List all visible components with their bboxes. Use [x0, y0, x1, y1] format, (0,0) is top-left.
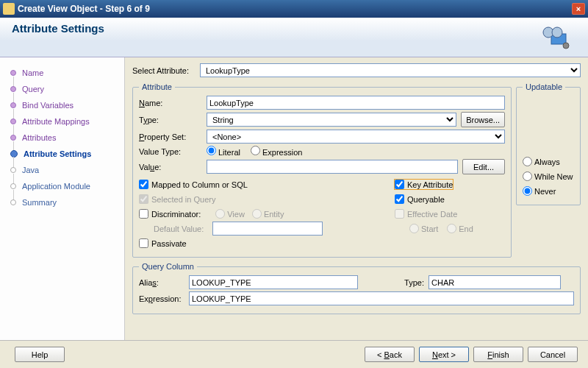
updatable-legend: Updatable [523, 82, 565, 91]
property-set-dropdown[interactable]: <None> [207, 130, 505, 144]
step-query[interactable]: Query [10, 81, 124, 97]
step-summary[interactable]: Summary [10, 194, 124, 210]
selected-in-query-checkbox: Selected in Query [139, 194, 215, 204]
expression-radio[interactable]: Expression [251, 146, 302, 157]
query-column-legend: Query Column [139, 262, 197, 271]
never-radio[interactable]: Never [523, 186, 556, 196]
alias-input[interactable] [189, 275, 358, 289]
type-dropdown[interactable]: String [207, 113, 456, 127]
page-title: Attribute Settings [12, 22, 576, 35]
finish-button[interactable]: Finish [473, 347, 523, 362]
view-radio: View [215, 209, 245, 219]
query-column-fieldset: Query Column Alias: Type: Expression: [132, 262, 581, 314]
step-bind-variables[interactable]: Bind Variables [10, 97, 124, 113]
entity-radio: Entity [252, 209, 284, 219]
expression-label: Expression: [139, 294, 189, 303]
while-new-radio[interactable]: While New [523, 171, 573, 181]
title-bar: Create View Object - Step 6 of 9 × [0, 0, 588, 18]
step-attributes[interactable]: Attributes [10, 130, 124, 146]
svg-point-3 [563, 43, 569, 49]
step-application-module[interactable]: Application Module [10, 178, 124, 194]
help-button[interactable]: Help [15, 347, 65, 362]
expression-input[interactable] [189, 291, 574, 305]
close-icon[interactable]: × [572, 3, 585, 15]
literal-radio[interactable]: Literal [207, 146, 240, 157]
step-attribute-settings[interactable]: Attribute Settings [10, 146, 124, 162]
browse-button[interactable]: Browse... [461, 112, 505, 127]
select-attribute-dropdown[interactable]: LookupType [200, 63, 581, 77]
end-radio: End [447, 224, 473, 233]
type-label: Type: [139, 116, 207, 124]
value-type-label: Value Type: [139, 147, 207, 156]
wizard-header: Attribute Settings [0, 18, 588, 57]
cancel-button[interactable]: Cancel [528, 347, 578, 362]
edit-button[interactable]: Edit... [462, 159, 505, 174]
discriminator-checkbox[interactable]: Discriminator: [139, 209, 201, 219]
header-decor-icon [538, 24, 573, 50]
value-input[interactable] [207, 160, 458, 174]
step-name[interactable]: Name [10, 65, 124, 81]
attribute-legend: Attribute [139, 82, 175, 91]
value-label: Value: [139, 163, 207, 171]
updatable-fieldset: Updatable Always While New Never [516, 82, 581, 205]
window-title: Create View Object - Step 6 of 9 [18, 4, 572, 14]
select-attribute-label: Select Attribute: [132, 66, 200, 75]
qc-type-input[interactable] [429, 275, 561, 289]
start-radio: Start [409, 224, 438, 233]
attribute-fieldset: Attribute Name: Type: String Browse... P… [132, 82, 512, 258]
key-attribute-checkbox[interactable]: Key Attribute [395, 180, 453, 189]
name-label: Name: [139, 99, 207, 107]
alias-label: Alias: [139, 278, 189, 287]
always-radio[interactable]: Always [523, 157, 560, 166]
default-value-input [212, 222, 323, 236]
wizard-steps: Name Query Bind Variables Attribute Mapp… [0, 57, 125, 340]
wizard-footer: Help < Back Next > Finish Cancel [0, 340, 588, 368]
step-java[interactable]: Java [10, 162, 124, 178]
qc-type-label: Type: [387, 278, 424, 287]
next-button[interactable]: Next > [419, 347, 469, 362]
svg-point-2 [552, 27, 562, 38]
default-value-label: Default Value: [154, 224, 212, 233]
step-attribute-mappings[interactable]: Attribute Mappings [10, 113, 124, 130]
back-button[interactable]: < Back [365, 347, 415, 362]
effective-date-checkbox: Effective Date [395, 209, 457, 219]
name-input[interactable] [207, 96, 505, 110]
property-set-label: Property Set: [139, 132, 207, 141]
mapped-checkbox[interactable]: Mapped to Column or SQL [139, 180, 248, 189]
queryable-checkbox[interactable]: Queryable [395, 194, 445, 204]
app-icon [3, 3, 15, 15]
passivate-checkbox[interactable]: Passivate [139, 238, 187, 248]
